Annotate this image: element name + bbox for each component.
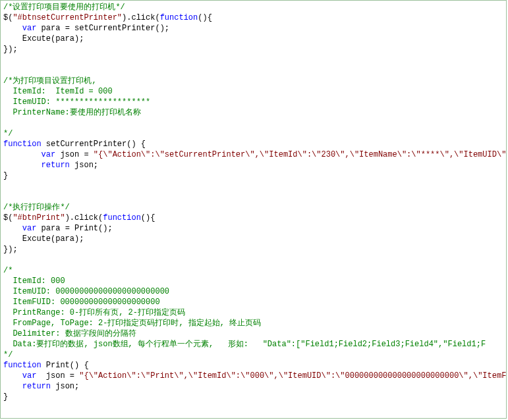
string: "{\"Action\":\"setCurrentPrinter\",\"Ite…	[94, 150, 507, 159]
comment: PrintRange: 0-打印所有页, 2-打印指定页码	[3, 308, 185, 317]
code	[3, 161, 42, 170]
keyword-return: return	[22, 382, 51, 391]
code: para = setCurrentPrinter();	[36, 24, 169, 33]
string: "#btnsetCurrentPrinter"	[13, 13, 122, 22]
comment: /*设置打印项目要使用的打印机*/	[3, 3, 125, 12]
comment: PrinterName:要使用的打印机名称	[3, 108, 141, 117]
code	[3, 371, 22, 381]
comment: Data:要打印的数据, json数组, 每个行程单一个元素, 形如: "Dat…	[3, 340, 486, 349]
keyword-return: return	[42, 161, 70, 170]
code: });	[3, 245, 18, 254]
code: });	[3, 45, 18, 54]
code: $(	[3, 13, 13, 22]
code: ).click(	[122, 13, 160, 22]
code: json;	[70, 161, 98, 170]
code: json =	[36, 371, 79, 381]
code-block: /*设置打印项目要使用的打印机*/ $("#btnsetCurrentPrint…	[0, 0, 507, 419]
code: Excute(para);	[3, 34, 84, 43]
comment: ItemId: ItemId = 000	[3, 87, 113, 96]
code: ).click(	[65, 213, 103, 223]
keyword-function: function	[160, 13, 198, 22]
comment: /*为打印项目设置打印机,	[3, 76, 97, 86]
code: }	[3, 392, 8, 402]
code	[3, 24, 22, 33]
comment: ItemUID: 000000000000000000000000	[3, 287, 169, 296]
code: (){	[198, 13, 212, 22]
code: Excute(para);	[3, 234, 84, 244]
keyword-var: var	[22, 371, 37, 381]
code: Print() {	[42, 361, 89, 370]
code: (){	[141, 213, 155, 223]
string: "{\"Action\":\"Print\",\"ItemId\":\"000\…	[79, 371, 507, 381]
code: $(	[3, 213, 13, 223]
keyword-var: var	[22, 24, 37, 33]
comment: ItemFUID: 000000000000000000000	[3, 298, 160, 307]
comment: FromPage, ToPage: 2-打印指定页码打印时, 指定起始, 终止页…	[3, 319, 261, 328]
comment: Delimiter: 数据字段间的分隔符	[3, 329, 136, 338]
code: setCurrentPrinter() {	[42, 140, 146, 149]
code: json =	[55, 150, 94, 159]
string: "#btnPrint"	[13, 213, 65, 223]
comment: ItemId: 000	[3, 276, 65, 286]
code	[3, 382, 22, 391]
comment: ItemUID: ********************	[3, 97, 150, 107]
comment: /*执行打印操作*/	[3, 203, 70, 212]
code	[3, 150, 42, 159]
code: json;	[51, 382, 79, 391]
keyword-function: function	[103, 213, 141, 223]
keyword-function: function	[3, 361, 42, 370]
code: para = Print();	[36, 224, 112, 233]
comment: /*	[3, 266, 13, 275]
keyword-var: var	[42, 150, 56, 159]
comment: */	[3, 350, 13, 359]
keyword-var: var	[22, 224, 37, 233]
code	[3, 224, 22, 233]
keyword-function: function	[3, 140, 42, 149]
comment: */	[3, 129, 13, 138]
code: }	[3, 171, 8, 180]
